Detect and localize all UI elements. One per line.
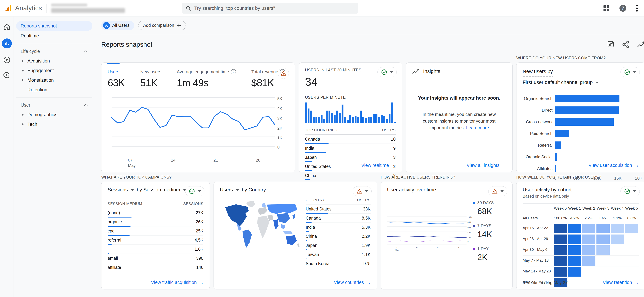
cohort-cell[interactable]	[554, 245, 567, 255]
account-selector-redacted[interactable]	[51, 4, 125, 13]
view-user-acquisition-link[interactable]: View user acquisition→	[588, 163, 639, 168]
sidebar-section-life-cycle[interactable]: Life cycle	[16, 46, 92, 56]
sidebar-item-reports-snapshot[interactable]: Reports snapshot	[16, 21, 92, 31]
cohort-cell[interactable]	[582, 256, 596, 266]
explore-icon[interactable]	[3, 56, 11, 64]
all-users-chip[interactable]: A All Users	[101, 20, 134, 30]
cohort-cell[interactable]	[568, 267, 581, 276]
cohort-row-label: Apr 23 - Apr 29	[523, 234, 553, 244]
help-tooltip-icon[interactable]: ?	[231, 69, 236, 74]
channel-bar[interactable]	[555, 153, 557, 161]
metric-new-users[interactable]: New users 51K	[140, 69, 161, 88]
table-row[interactable]: India9	[305, 144, 396, 153]
table-row[interactable]: email390	[108, 254, 204, 263]
map-africa	[257, 216, 270, 238]
table-row[interactable]: Japan3	[305, 153, 396, 162]
sidebar-item-engagement[interactable]: Engagement	[16, 66, 92, 75]
table-row[interactable]: India5.3K	[306, 223, 370, 232]
cohort-cell[interactable]	[582, 234, 596, 244]
countries-status-pill[interactable]	[353, 186, 372, 196]
sidebar-item-tech[interactable]: Tech	[16, 120, 92, 129]
channel-bar[interactable]	[555, 118, 614, 126]
cohort-cell[interactable]	[611, 224, 624, 233]
view-retention-link[interactable]: View retention→	[603, 280, 639, 285]
sidebar-item-realtime[interactable]: Realtime	[16, 31, 92, 41]
sidebar-item-monetization[interactable]: Monetization	[16, 75, 92, 85]
table-row[interactable]: Japan1.9K	[306, 241, 370, 250]
cohort-cell[interactable]	[554, 234, 567, 244]
cohort-cell[interactable]	[568, 256, 581, 266]
table-row[interactable]: affiliate146	[108, 263, 204, 272]
table-row[interactable]: referral4.5K	[108, 236, 204, 245]
more-menu-icon[interactable]	[636, 4, 638, 12]
channel-bar[interactable]	[555, 106, 618, 114]
arrow-right-icon: →	[634, 280, 639, 285]
share-icon[interactable]	[622, 41, 629, 48]
table-row[interactable]: South Korea975	[306, 259, 370, 268]
channels-status-pill[interactable]	[620, 67, 640, 77]
table-row[interactable]: Canada10	[305, 134, 396, 144]
cohort-cell[interactable]	[568, 234, 581, 244]
view-all-insights-link[interactable]: View all insights→	[466, 163, 506, 168]
row-label: referral	[108, 238, 121, 242]
cohort-cell[interactable]	[625, 224, 638, 233]
add-comparison-chip[interactable]: Add comparison	[138, 20, 186, 30]
channels-card-title[interactable]: New users by First user default channel …	[523, 68, 619, 86]
search-input[interactable]	[194, 6, 354, 11]
table-row[interactable]: China2	[305, 171, 396, 180]
cohort-cell[interactable]	[582, 224, 596, 233]
channel-bar[interactable]	[555, 165, 556, 172]
dropdown-caret-icon	[198, 190, 201, 192]
channel-bar[interactable]	[555, 95, 620, 102]
table-row[interactable]: Taiwan1.1K	[306, 250, 370, 259]
insights-icon[interactable]	[637, 41, 644, 48]
search-bar[interactable]	[182, 3, 358, 14]
table-row[interactable]: United States33K	[306, 204, 370, 214]
table-row[interactable]: (none)27K	[108, 208, 204, 217]
cohort-cell[interactable]	[582, 245, 596, 255]
table-row[interactable]: Canada8.5K	[306, 214, 370, 223]
sidebar-item-acquisition[interactable]: Acquisition	[16, 56, 92, 66]
analytics-logo[interactable]: Analytics	[5, 4, 42, 12]
realtime-status-pill[interactable]	[378, 67, 397, 77]
metric-users[interactable]: Users 63K	[108, 69, 125, 88]
sidenav-divider	[16, 44, 92, 44]
view-realtime-link[interactable]: View realtime→	[361, 163, 396, 168]
data-quality-warning-button[interactable]	[278, 68, 289, 79]
reports-nav-icon[interactable]	[2, 38, 12, 48]
advertising-icon[interactable]	[3, 72, 11, 79]
sidebar-item-demographics[interactable]: Demographics	[16, 110, 92, 120]
cohort-cell[interactable]	[596, 224, 610, 233]
sidebar-section-user[interactable]: User	[16, 100, 92, 110]
cohort-cell[interactable]	[554, 224, 567, 233]
table-row[interactable]: organic26K	[108, 217, 204, 226]
table-row[interactable]: China2.2K	[306, 232, 370, 241]
cohort-cell[interactable]	[596, 245, 610, 255]
cohort-cell[interactable]	[554, 267, 567, 276]
learn-more-link[interactable]: Learn more	[466, 125, 489, 130]
y-tick: 1K	[277, 136, 282, 140]
row-label: China	[306, 234, 317, 239]
channel-bar[interactable]	[555, 142, 561, 149]
trending-status-pill[interactable]	[488, 186, 507, 196]
sidebar-item-retention[interactable]: Retention	[16, 85, 92, 94]
view-countries-link[interactable]: View countries→	[334, 280, 371, 285]
cohort-cell[interactable]	[611, 234, 624, 244]
cohort-cell[interactable]	[568, 245, 581, 255]
cohort-cell[interactable]	[596, 234, 610, 244]
metric-avg-engagement[interactable]: Average engagement time? 1m 49s	[177, 69, 236, 88]
countries-card-title[interactable]: Users by Country	[220, 187, 370, 192]
customize-report-icon[interactable]	[607, 41, 614, 48]
dropdown-caret-icon	[596, 82, 598, 84]
apps-grid-icon[interactable]	[603, 5, 610, 12]
home-icon[interactable]	[3, 23, 11, 31]
table-row[interactable]: cpc25K	[108, 226, 204, 236]
cohort-cell[interactable]	[554, 256, 567, 266]
cohort-cell[interactable]	[568, 224, 581, 233]
campaigns-status-pill[interactable]	[185, 186, 204, 196]
table-row[interactable]: 1.6K	[108, 245, 204, 254]
help-icon[interactable]: ?	[619, 4, 627, 12]
view-traffic-acquisition-link[interactable]: View traffic acquisition→	[151, 280, 204, 285]
channel-bar[interactable]	[555, 130, 569, 137]
cohort-status-pill[interactable]	[620, 186, 640, 196]
